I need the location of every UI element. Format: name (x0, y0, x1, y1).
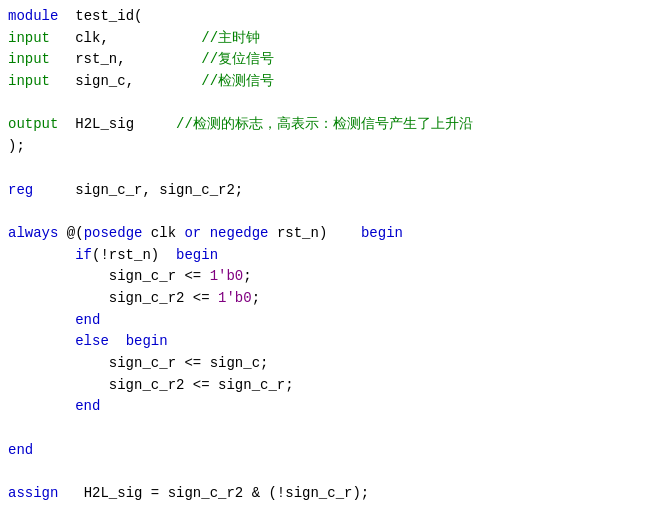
code-line: sign_c_r <= sign_c; (8, 353, 654, 375)
code-token: input (8, 28, 50, 50)
code-token: ; (243, 266, 251, 288)
code-token: input (8, 71, 50, 93)
code-token: test_id( (58, 6, 142, 28)
code-line: sign_c_r2 <= sign_c_r; (8, 375, 654, 397)
code-token: begin (361, 223, 403, 245)
code-token: input (8, 49, 50, 71)
code-line (8, 461, 654, 483)
code-token: end (75, 310, 100, 332)
code-token: negedge (210, 223, 269, 245)
code-token: or (184, 223, 201, 245)
code-token: rst_n, (50, 49, 201, 71)
code-token (8, 310, 75, 332)
code-line: module test_id( (8, 6, 654, 28)
code-token: 1'b0 (210, 266, 244, 288)
code-token: //主时钟 (201, 28, 260, 50)
code-line: ); (8, 136, 654, 158)
code-token: sign_c_r, sign_c_r2; (33, 180, 243, 202)
code-token: module (8, 6, 58, 28)
code-token: (!rst_n) (92, 245, 176, 267)
code-token: clk (142, 223, 184, 245)
code-token: assign (8, 483, 58, 505)
code-token: sign_c_r <= (8, 266, 210, 288)
code-line: sign_c_r <= 1'b0; (8, 266, 654, 288)
code-token: sign_c, (50, 71, 201, 93)
code-line (8, 93, 654, 115)
code-token: H2L_sig (58, 114, 176, 136)
code-token: end (8, 440, 33, 462)
code-token: //检测信号 (201, 71, 274, 93)
code-token: begin (176, 245, 218, 267)
code-line: reg sign_c_r, sign_c_r2; (8, 180, 654, 202)
code-token: ); (8, 136, 25, 158)
code-token: //复位信号 (201, 49, 274, 71)
code-line (8, 418, 654, 440)
code-line: input clk, //主时钟 (8, 28, 654, 50)
code-token (201, 223, 209, 245)
code-token: clk, (50, 28, 201, 50)
code-token: sign_c_r2 <= sign_c_r; (8, 375, 294, 397)
code-line: input sign_c, //检测信号 (8, 71, 654, 93)
code-token: if (8, 245, 92, 267)
code-token: ; (252, 288, 260, 310)
code-line (8, 201, 654, 223)
code-token: always (8, 223, 58, 245)
code-token (8, 331, 75, 353)
code-line: if(!rst_n) begin (8, 245, 654, 267)
code-line: assign H2L_sig = sign_c_r2 & (!sign_c_r)… (8, 483, 654, 505)
code-token: output (8, 114, 58, 136)
code-line: else begin (8, 331, 654, 353)
code-line: end (8, 440, 654, 462)
code-line: always @(posedge clk or negedge rst_n) b… (8, 223, 654, 245)
code-line: input rst_n, //复位信号 (8, 49, 654, 71)
code-token: posedge (84, 223, 143, 245)
code-token: //检测的标志，高表示：检测信号产生了上升沿 (176, 114, 473, 136)
code-token (8, 396, 75, 418)
code-token: sign_c_r <= sign_c; (8, 353, 268, 375)
code-line: output H2L_sig //检测的标志，高表示：检测信号产生了上升沿 (8, 114, 654, 136)
code-token: end (75, 396, 100, 418)
code-token: sign_c_r2 <= (8, 288, 218, 310)
code-editor: module test_id(input clk, //主时钟input rst… (0, 0, 662, 512)
code-token (109, 331, 126, 353)
code-line: end (8, 396, 654, 418)
code-token: 1'b0 (218, 288, 252, 310)
code-line: sign_c_r2 <= 1'b0; (8, 288, 654, 310)
code-token: H2L_sig = sign_c_r2 & (!sign_c_r); (58, 483, 369, 505)
code-token: rst_n) (269, 223, 361, 245)
code-token: @( (58, 223, 83, 245)
code-token: else (75, 331, 109, 353)
code-line: end (8, 310, 654, 332)
code-token: reg (8, 180, 33, 202)
code-line (8, 158, 654, 180)
code-token: begin (126, 331, 168, 353)
